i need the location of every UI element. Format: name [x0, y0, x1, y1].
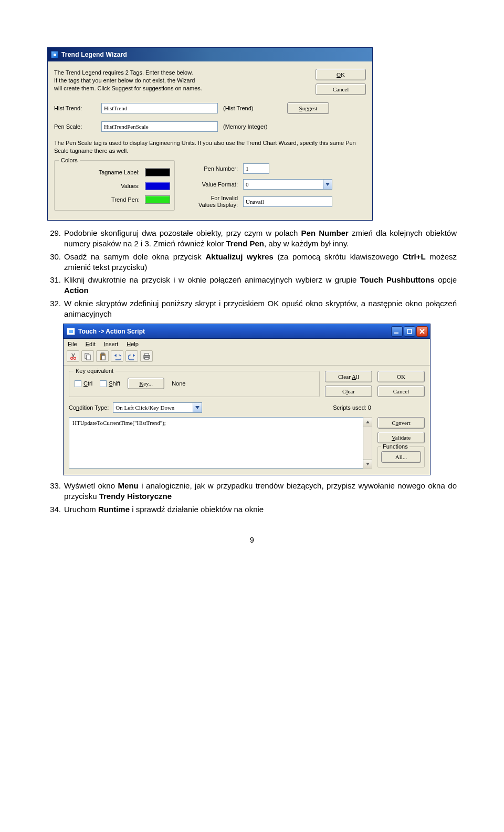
functions-group: Functions All...	[377, 446, 425, 467]
clear-all-button[interactable]: Clear All	[325, 371, 372, 382]
condition-type-label: Condition Type:	[69, 404, 109, 411]
ok-button[interactable]: OK	[377, 371, 425, 382]
svg-point-2	[70, 357, 72, 359]
paste-icon[interactable]	[96, 350, 109, 362]
app-icon	[67, 328, 75, 335]
action-script-window: Touch -> Action Script File Edit Insert …	[63, 324, 430, 475]
window-title: Touch -> Action Script	[78, 328, 391, 335]
minimize-button[interactable]	[391, 326, 403, 337]
scroll-down-icon[interactable]	[363, 459, 372, 468]
instruction-list: 29.Podobnie skonfiguruj dwa pozostałe ob…	[47, 228, 457, 319]
title-bar: Touch -> Action Script	[64, 324, 430, 339]
functions-all-button[interactable]: All...	[381, 451, 421, 463]
ctrl-checkbox[interactable]: Ctrl	[75, 380, 92, 387]
convert-button[interactable]: Convert	[377, 417, 425, 429]
undo-icon[interactable]	[111, 350, 123, 362]
tagname-color-label: Tagname Label:	[59, 169, 140, 175]
pen-scale-input[interactable]	[101, 121, 218, 132]
list-item: 33.Wyświetl okno Menu i analogicznie, ja…	[47, 481, 457, 502]
hist-trend-label: Hist Trend:	[54, 105, 96, 111]
menu-insert[interactable]: Insert	[104, 341, 119, 347]
menu-edit[interactable]: Edit	[86, 341, 96, 347]
pen-number-label: Pen Number:	[181, 165, 238, 172]
list-item: 29.Podobnie skonfiguruj dwa pozostałe ob…	[47, 228, 457, 249]
svg-rect-1	[407, 329, 412, 334]
svg-rect-10	[144, 353, 149, 355]
values-color-label: Values:	[59, 183, 140, 189]
svg-rect-0	[394, 332, 398, 334]
hist-trend-input[interactable]	[101, 103, 218, 113]
svg-rect-5	[86, 355, 90, 359]
list-item: 31.Kliknij dwukrotnie na przycisk i w ok…	[47, 275, 457, 296]
colors-legend: Colors	[59, 157, 80, 163]
functions-legend: Functions	[381, 443, 410, 450]
maximize-button[interactable]	[404, 326, 415, 337]
condition-type-select[interactable]	[113, 402, 202, 413]
script-textarea[interactable]: HTUpdateToCurrentTime("HistTrend");	[69, 417, 363, 469]
chevron-down-icon[interactable]	[193, 403, 202, 412]
chevron-down-icon[interactable]	[323, 180, 332, 189]
print-icon[interactable]	[140, 350, 153, 362]
redo-icon[interactable]	[125, 350, 138, 362]
copy-icon[interactable]	[81, 350, 94, 362]
app-icon	[51, 51, 58, 58]
list-item: 32.W oknie skryptów zdefiniuj poniższy s…	[47, 298, 457, 320]
scroll-up-icon[interactable]	[363, 418, 372, 427]
value-format-label: Value Format:	[181, 181, 238, 188]
cancel-button[interactable]: Cancel	[316, 84, 366, 95]
intro-text: The Trend Legend requires 2 Tags. Enter …	[54, 69, 308, 95]
cancel-button[interactable]: Cancel	[377, 386, 425, 397]
cut-icon[interactable]	[67, 350, 79, 362]
invalid-display-label: For InvalidValues Display:	[181, 195, 238, 209]
shift-checkbox[interactable]: Shift	[100, 380, 120, 387]
key-legend: Key equivalent	[74, 368, 116, 374]
toolbar	[64, 349, 430, 366]
key-value: None	[172, 380, 185, 387]
pen-scale-label: Pen Scale:	[54, 123, 96, 130]
pen-scale-note: The Pen Scale tag is used to display Eng…	[54, 139, 366, 155]
list-item: 30.Osadź na samym dole okna przycisk Akt…	[47, 252, 457, 273]
window-title: Trend Legend Wizard	[61, 51, 127, 58]
key-equivalent-group: Key equivalent Ctrl Shift Key... None	[69, 371, 320, 397]
menu-file[interactable]: File	[68, 341, 77, 347]
scripts-used-label: Scripts used: 0	[333, 404, 371, 411]
invalid-display-input[interactable]	[243, 196, 332, 207]
svg-rect-7	[101, 353, 104, 355]
clear-button[interactable]: Clear	[325, 386, 372, 397]
scrollbar[interactable]	[363, 417, 372, 469]
trend-legend-wizard-window: Trend Legend Wizard The Trend Legend req…	[47, 47, 373, 221]
trend-pen-color-label: Trend Pen:	[59, 196, 140, 203]
menu-help[interactable]: Help	[127, 341, 139, 347]
suggest-button[interactable]: Suggest	[287, 102, 329, 114]
svg-point-3	[74, 357, 76, 359]
pen-scale-type: (Memory Integer)	[223, 123, 282, 130]
tagname-color-swatch[interactable]	[145, 168, 170, 176]
menu-bar: File Edit Insert Help	[64, 339, 430, 349]
instruction-list-2: 33.Wyświetl okno Menu i analogicznie, ja…	[47, 481, 457, 515]
pen-number-input[interactable]	[243, 163, 269, 174]
validate-button[interactable]: Validate	[377, 432, 425, 443]
trend-pen-color-swatch[interactable]	[145, 195, 170, 204]
page-number: 9	[47, 536, 457, 544]
list-item: 34.Uruchom Runtime i sprawdź działanie o…	[47, 504, 457, 515]
svg-rect-8	[101, 355, 105, 359]
colors-group: Colors Tagname Label: Values: Trend Pen:	[54, 160, 175, 211]
key-button[interactable]: Key...	[128, 378, 164, 389]
ok-button[interactable]: OK	[316, 69, 366, 80]
title-bar: Trend Legend Wizard	[48, 48, 372, 61]
value-format-select[interactable]	[243, 179, 332, 190]
close-button[interactable]	[416, 326, 428, 337]
hist-trend-type: (Hist Trend)	[223, 105, 282, 111]
values-color-swatch[interactable]	[145, 182, 170, 190]
svg-rect-11	[144, 357, 149, 359]
